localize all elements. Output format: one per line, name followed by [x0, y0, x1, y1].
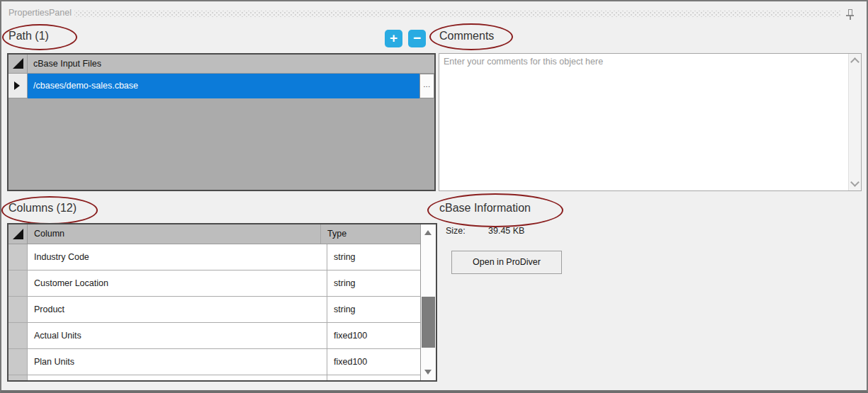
select-all-cell[interactable] [9, 55, 28, 73]
row-selector-cell[interactable] [9, 74, 28, 98]
column-type-cell[interactable]: string [327, 244, 420, 270]
column-type-cell[interactable]: string [327, 297, 420, 323]
corner-triangle-icon [13, 229, 23, 239]
pin-icon[interactable] [845, 8, 855, 21]
table-row-partial [9, 375, 420, 380]
comments-section-heading: Comments [439, 30, 494, 42]
row-selector-cell[interactable] [9, 349, 28, 375]
select-all-cell[interactable] [9, 224, 28, 244]
cbase-info-heading: cBase Information [439, 202, 531, 215]
column-type-cell[interactable]: string [327, 270, 420, 297]
column-name-cell[interactable]: Plan Units [28, 349, 327, 375]
scroll-up-icon[interactable] [424, 230, 432, 235]
row-selector-cell[interactable] [9, 297, 28, 323]
columns-header-row: Column Type [9, 224, 420, 244]
column-name-header[interactable]: Column [28, 224, 321, 244]
current-row-arrow-icon [14, 81, 20, 90]
cbase-input-files-table: cBase Input Files /cbases/demo-sales.cba… [7, 53, 436, 191]
path-section-heading: Path (1) [9, 30, 49, 42]
scroll-down-icon[interactable] [850, 178, 859, 187]
column-type-header[interactable]: Type [321, 224, 420, 244]
remove-input-file-button[interactable]: − [408, 30, 426, 47]
columns-scrollbar[interactable] [420, 224, 436, 380]
add-input-file-button[interactable]: + [385, 30, 402, 47]
column-type-cell[interactable]: fixed100 [327, 323, 420, 349]
scroll-down-icon[interactable] [424, 370, 432, 375]
titlebar-grip[interactable] [74, 11, 841, 17]
input-file-path-cell[interactable]: /cbases/demo-sales.cbase [28, 74, 419, 98]
size-label: Size: [446, 226, 466, 236]
column-name-cell[interactable]: Actual Units [28, 323, 327, 349]
column-name-cell[interactable]: Product [28, 297, 327, 323]
table-row[interactable]: Actual Units fixed100 [9, 323, 420, 349]
comments-scrollbar[interactable] [848, 54, 861, 190]
scrollbar-thumb[interactable] [422, 297, 435, 348]
corner-triangle-icon [13, 58, 23, 69]
row-selector-cell[interactable] [9, 244, 28, 270]
input-files-header-row: cBase Input Files [9, 55, 434, 74]
table-row[interactable]: Customer Location string [9, 270, 420, 297]
row-selector-cell[interactable] [9, 323, 28, 349]
panel-title: PropertiesPanel [9, 8, 72, 18]
columns-table: Column Type Industry Code string Custome… [7, 223, 437, 382]
browse-file-button[interactable]: ... [419, 74, 434, 98]
comments-input[interactable] [439, 54, 848, 190]
scroll-up-icon[interactable] [850, 57, 859, 67]
comments-editor [439, 53, 862, 191]
table-row[interactable]: Plan Units fixed100 [9, 349, 420, 375]
table-row[interactable]: Industry Code string [9, 244, 420, 270]
properties-panel: PropertiesPanel Path (1) + − Comments cB… [0, 0, 868, 393]
input-files-column-header[interactable]: cBase Input Files [28, 55, 434, 73]
column-name-cell[interactable]: Customer Location [28, 270, 327, 297]
column-type-cell[interactable]: fixed100 [327, 349, 420, 375]
columns-section-heading: Columns (12) [9, 202, 77, 215]
open-in-prodiver-button[interactable]: Open in ProDiver [451, 251, 562, 274]
table-row[interactable]: Product string [9, 297, 420, 323]
size-value: 39.45 KB [488, 226, 524, 236]
row-selector-cell[interactable] [9, 270, 28, 297]
table-row[interactable]: /cbases/demo-sales.cbase ... [9, 74, 434, 98]
column-name-cell[interactable]: Industry Code [28, 244, 327, 270]
